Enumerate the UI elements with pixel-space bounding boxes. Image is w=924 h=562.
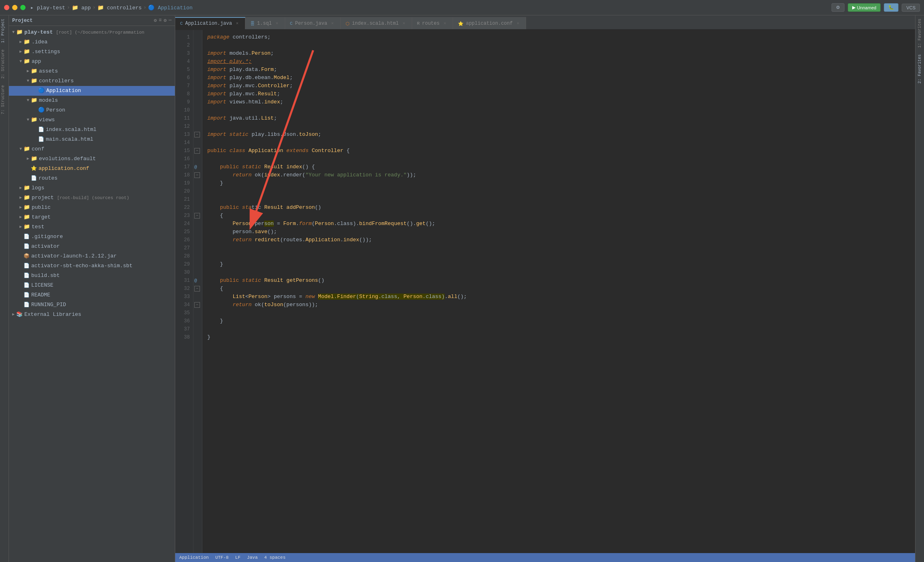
tree-item-evolutions[interactable]: ▶ 📁 evolutions.default bbox=[9, 154, 175, 164]
status-line-sep[interactable]: LF bbox=[235, 555, 241, 560]
tree-item-public[interactable]: ▶ 📁 public bbox=[9, 203, 175, 212]
tree-item-external-libraries[interactable]: ▶ 📚 External Libraries bbox=[9, 310, 175, 320]
fold-icon-13[interactable]: − bbox=[194, 132, 200, 137]
tree-item-build-sbt[interactable]: 📄 build.sbt bbox=[9, 271, 175, 281]
favorites-item-2[interactable]: 2: Favorites bbox=[918, 54, 922, 84]
tree-item-app[interactable]: ▼ 📁 app bbox=[9, 57, 175, 66]
close-button[interactable] bbox=[4, 5, 9, 10]
tree-item-models[interactable]: ▼ 📁 models bbox=[9, 96, 175, 105]
code-line-32: { bbox=[207, 285, 915, 293]
run-button[interactable]: ▶ Unnamed bbox=[848, 3, 881, 12]
code-line-21 bbox=[207, 195, 915, 204]
panel-close-icon[interactable]: — bbox=[169, 17, 172, 24]
code-content: 12345 678910 1112131415 1617181920 21222… bbox=[175, 30, 915, 553]
tab-application-conf[interactable]: ⭐ application.conf × bbox=[453, 17, 526, 29]
code-line-7: import play.mvc.Controller; bbox=[207, 82, 915, 90]
code-editor[interactable]: 12345 678910 1112131415 1617181920 21222… bbox=[175, 30, 915, 553]
code-line-5: import play.data.Form; bbox=[207, 66, 915, 74]
tree-item-readme[interactable]: 📄 README bbox=[9, 290, 175, 300]
tree-item-test[interactable]: ▶ 📁 test bbox=[9, 222, 175, 232]
tree-item-application-conf[interactable]: ⭐ application.conf bbox=[9, 164, 175, 174]
tree-item-idea[interactable]: ▶ 📁 .idea bbox=[9, 37, 175, 47]
tree-item-gitignore[interactable]: 📄 .gitignore bbox=[9, 232, 175, 242]
tree-item-assets[interactable]: ▶ 📁 assets bbox=[9, 66, 175, 76]
tree-item-activator-sbt[interactable]: 📄 activator-sbt-echo-akka-shim.sbt bbox=[9, 261, 175, 271]
titlebar-actions: ⚙ ▶ Unnamed 🐛 VCS bbox=[832, 3, 920, 12]
tree-item-routes[interactable]: 📄 routes bbox=[9, 174, 175, 183]
tree-item-play-test[interactable]: ▼ 📁 play-test [root] (~/Documents/Progra… bbox=[9, 28, 175, 37]
tab-routes-close[interactable]: × bbox=[442, 21, 448, 26]
fold-icon-15[interactable]: − bbox=[194, 148, 200, 154]
tab-1-sql-label: 1.sql bbox=[257, 21, 272, 26]
fold-icon-32[interactable]: − bbox=[194, 286, 200, 292]
tab-routes[interactable]: R routes × bbox=[412, 17, 453, 29]
vcs-button[interactable]: VCS bbox=[902, 4, 920, 12]
tab-person-java-close[interactable]: × bbox=[330, 21, 335, 26]
source-code[interactable]: package controllers; import models.Perso… bbox=[202, 30, 915, 553]
project-structure-button[interactable]: ⚙ bbox=[832, 3, 844, 12]
favorites-panel-toggle[interactable]: 7: Structure bbox=[0, 82, 9, 118]
structure-panel-toggle[interactable]: 2: Structure bbox=[0, 46, 9, 82]
tab-index-scala[interactable]: ⬡ index.scala.html × bbox=[341, 17, 412, 29]
status-indent[interactable]: 4 spaces bbox=[264, 555, 286, 560]
panel-settings-icon[interactable]: ≡ bbox=[159, 17, 161, 24]
gutter-at-17: @ bbox=[194, 165, 197, 169]
panel-sync-icon[interactable]: ⚙ bbox=[154, 17, 157, 24]
code-line-3: import models.Person; bbox=[207, 49, 915, 58]
tab-application-conf-close[interactable]: × bbox=[515, 21, 521, 26]
tree-item-logs[interactable]: ▶ 📁 logs bbox=[9, 183, 175, 193]
tree-item-target[interactable]: ▶ 📁 target bbox=[9, 212, 175, 222]
tree-item-license[interactable]: 📄 LICENSE bbox=[9, 281, 175, 290]
code-line-31: public static Result getPersons() bbox=[207, 277, 915, 285]
tab-index-scala-close[interactable]: × bbox=[401, 21, 407, 26]
code-line-18: return ok(index.render("Your new applica… bbox=[207, 171, 915, 179]
breadcrumb-project[interactable]: ▸ play-test bbox=[30, 4, 65, 11]
tree-item-project-build[interactable]: ▶ 📁 project [root-build] (sources root) bbox=[9, 193, 175, 203]
favorites-item-1[interactable]: 1: Favorites bbox=[918, 19, 922, 48]
tab-person-java[interactable]: C Person.java × bbox=[285, 17, 341, 29]
fold-icon-23[interactable]: − bbox=[194, 213, 200, 219]
breadcrumb-application[interactable]: 🔵 Application bbox=[148, 4, 193, 11]
code-line-27 bbox=[207, 244, 915, 252]
tree-item-settings[interactable]: ▶ 📁 .settings bbox=[9, 47, 175, 57]
code-line-2 bbox=[207, 41, 915, 49]
tab-1-sql-close[interactable]: × bbox=[274, 21, 280, 26]
tree-item-index-html[interactable]: 📄 index.scala.html bbox=[9, 125, 175, 135]
tree-item-activator-jar[interactable]: 📦 activator-launch-1.2.12.jar bbox=[9, 251, 175, 261]
code-line-28 bbox=[207, 252, 915, 260]
code-line-1: package controllers; bbox=[207, 33, 915, 41]
tree-item-running-pid[interactable]: 📄 RUNNING_PID bbox=[9, 300, 175, 310]
code-line-34: return ok(toJson(persons)); bbox=[207, 301, 915, 309]
tree-item-activator[interactable]: 📄 activator bbox=[9, 242, 175, 251]
code-line-6: import play.db.ebean.Model; bbox=[207, 74, 915, 82]
tree-item-application[interactable]: 🔵 Application bbox=[9, 86, 175, 96]
tab-routes-label: routes bbox=[422, 21, 440, 26]
fold-icon-34[interactable]: − bbox=[194, 302, 200, 308]
maximize-button[interactable] bbox=[20, 5, 26, 10]
left-sidebar-strip: 1: Project 2: Structure 7: Structure bbox=[0, 15, 9, 562]
tab-application-java-label: Application.java bbox=[185, 21, 232, 26]
tab-application-java[interactable]: C Application.java × bbox=[175, 17, 245, 29]
debug-button[interactable]: 🐛 bbox=[884, 3, 898, 12]
code-line-14 bbox=[207, 139, 915, 147]
tree-item-main-html[interactable]: 📄 main.scala.html bbox=[9, 135, 175, 144]
status-filetype[interactable]: Java bbox=[247, 555, 258, 560]
panel-gear-icon[interactable]: ⚙ bbox=[164, 17, 167, 24]
breadcrumb-controllers[interactable]: 📁 controllers bbox=[97, 4, 142, 11]
fold-icon-18[interactable]: − bbox=[194, 172, 200, 178]
project-panel: Project ⚙ ≡ ⚙ — ▼ 📁 play-test [root] (~/… bbox=[9, 15, 175, 562]
code-line-30 bbox=[207, 268, 915, 277]
code-line-4: import play.*; bbox=[207, 58, 915, 66]
tree-item-controllers[interactable]: ▼ 📁 controllers bbox=[9, 76, 175, 86]
project-panel-toggle[interactable]: 1: Project bbox=[0, 15, 9, 46]
tab-application-java-close[interactable]: × bbox=[234, 21, 240, 26]
code-line-33: List<Person> persons = new Model.Finder(… bbox=[207, 293, 915, 301]
tree-item-person[interactable]: 🔵 Person bbox=[9, 105, 175, 115]
tree-item-conf[interactable]: ▼ 📁 conf bbox=[9, 144, 175, 154]
favorites-bar: 1: Favorites 2: Favorites bbox=[915, 15, 924, 562]
tree-item-views[interactable]: ▼ 📁 views bbox=[9, 115, 175, 125]
breadcrumb-app[interactable]: 📁 app bbox=[72, 4, 91, 11]
tab-1-sql[interactable]: 🗄 1.sql × bbox=[245, 17, 285, 29]
status-encoding[interactable]: UTF-8 bbox=[215, 555, 229, 560]
minimize-button[interactable] bbox=[12, 5, 17, 10]
